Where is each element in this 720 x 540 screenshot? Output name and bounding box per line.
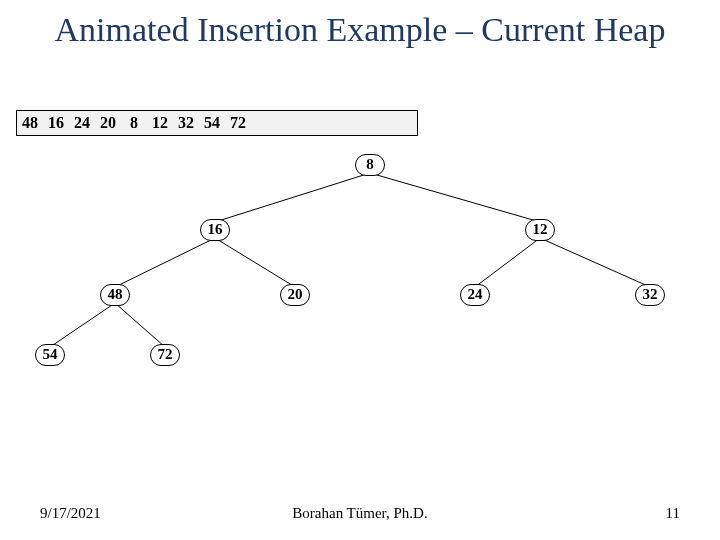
array-cell: 20: [95, 114, 121, 132]
svg-line-6: [50, 303, 115, 347]
tree-node: 54: [35, 344, 65, 366]
tree-edges: [0, 145, 720, 405]
heap-array: 48162420812325472: [16, 110, 418, 136]
tree-node: 32: [635, 284, 665, 306]
array-cell: 8: [121, 114, 147, 132]
svg-line-5: [540, 238, 650, 287]
svg-line-1: [370, 173, 540, 222]
svg-line-0: [215, 173, 370, 222]
array-cell: 16: [43, 114, 69, 132]
array-cell: 48: [17, 114, 43, 132]
array-cell: 72: [225, 114, 251, 132]
tree-node: 16: [200, 219, 230, 241]
tree-node: 8: [355, 154, 385, 176]
array-cell: 32: [173, 114, 199, 132]
svg-line-3: [215, 238, 295, 287]
svg-line-4: [475, 238, 540, 287]
svg-line-7: [115, 303, 165, 347]
footer-author: Borahan Tümer, Ph.D.: [0, 505, 720, 522]
array-cell: 24: [69, 114, 95, 132]
footer-page: 11: [666, 505, 680, 522]
svg-line-2: [115, 238, 215, 287]
tree-node: 24: [460, 284, 490, 306]
heap-tree: 81612482024325472: [0, 145, 720, 405]
array-cell: 54: [199, 114, 225, 132]
slide-title: Animated Insertion Example – Current Hea…: [0, 10, 720, 51]
tree-node: 48: [100, 284, 130, 306]
tree-node: 12: [525, 219, 555, 241]
tree-node: 20: [280, 284, 310, 306]
tree-node: 72: [150, 344, 180, 366]
slide: Animated Insertion Example – Current Hea…: [0, 0, 720, 540]
array-cell: 12: [147, 114, 173, 132]
